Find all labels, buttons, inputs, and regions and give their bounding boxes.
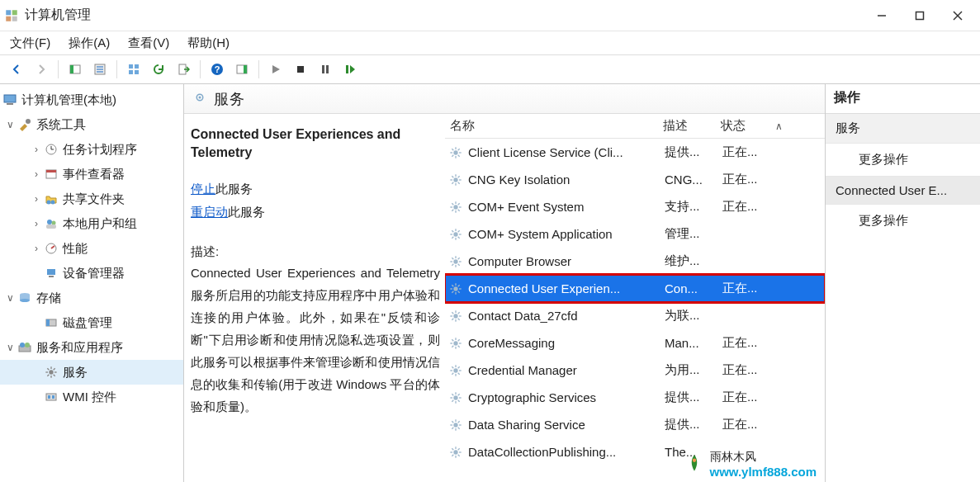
watermark-logo-icon [684, 452, 705, 476]
menu-action[interactable]: 操作(A) [60, 33, 118, 54]
service-row[interactable]: Computer Browser维护... [445, 248, 825, 275]
tree-performance[interactable]: › 性能 [0, 236, 183, 261]
service-row[interactable]: COM+ System Application管理... [445, 220, 825, 248]
main-area: 计算机管理(本地) ∨ 系统工具 › 任务计划程序 › 事件查看器 › 共享文件… [0, 84, 980, 482]
service-name: DataCollectionPublishing... [468, 445, 665, 459]
tree-system-tools[interactable]: ∨ 系统工具 [0, 112, 183, 137]
service-row[interactable]: COM+ Event System支持...正在... [445, 193, 825, 220]
column-name[interactable]: 名称 [445, 118, 663, 134]
tree-label: 事件查看器 [63, 167, 125, 182]
service-row[interactable]: Cryptographic Services提供...正在... [445, 384, 825, 411]
tree-label: 任务计划程序 [63, 142, 137, 158]
column-description[interactable]: 描述 [663, 118, 721, 134]
svg-line-117 [452, 291, 453, 292]
svg-line-162 [452, 427, 453, 428]
refresh-button[interactable] [147, 58, 170, 81]
shared-folder-icon [43, 191, 59, 207]
column-status[interactable]: 状态 [721, 118, 770, 134]
tree-shared-folders[interactable]: › 共享文件夹 [0, 187, 183, 211]
close-button[interactable] [939, 0, 977, 31]
menu-file[interactable]: 文件(F) [2, 33, 59, 54]
toolbar-separator [116, 60, 117, 78]
tree-storage[interactable]: ∨ 存储 [0, 286, 183, 310]
svg-point-155 [453, 423, 457, 427]
actions-header: 操作 [826, 84, 980, 114]
help-button[interactable]: ? [206, 58, 229, 81]
svg-rect-25 [326, 65, 329, 73]
expand-icon[interactable]: › [30, 144, 43, 155]
expand-icon[interactable]: › [30, 243, 43, 254]
service-row[interactable]: Data Sharing Service提供...正在... [445, 411, 825, 438]
svg-rect-0 [6, 10, 11, 15]
tree-device-manager[interactable]: 设备管理器 [0, 261, 183, 286]
expand-icon[interactable]: › [30, 218, 43, 229]
expand-icon[interactable]: › [30, 168, 43, 180]
more-actions-link[interactable]: 更多操作 [826, 144, 980, 176]
svg-point-51 [49, 370, 53, 374]
stop-service-button[interactable] [289, 58, 312, 81]
service-name: COM+ Event System [468, 200, 665, 214]
show-hide-tree-button[interactable] [64, 58, 87, 81]
actions-group-selected: Connected User E... [826, 176, 980, 205]
svg-rect-62 [52, 395, 54, 399]
forward-button[interactable] [30, 58, 53, 81]
service-row[interactable]: CoreMessagingMan...正在... [445, 329, 825, 357]
maximize-button[interactable] [901, 0, 939, 31]
svg-point-119 [453, 314, 457, 318]
start-service-button[interactable] [264, 58, 287, 81]
svg-line-151 [452, 394, 453, 395]
tree-disk-management[interactable]: 磁盘管理 [0, 310, 183, 335]
collapse-icon[interactable]: ∨ [3, 292, 17, 304]
svg-point-128 [453, 341, 457, 345]
tree-event-viewer[interactable]: › 事件查看器 [0, 162, 183, 187]
event-viewer-icon [43, 166, 59, 182]
service-row[interactable]: Contact Data_27cfd为联... [445, 302, 825, 329]
menu-help[interactable]: 帮助(H) [179, 33, 238, 54]
svg-line-59 [54, 368, 55, 370]
restart-service-button[interactable] [339, 58, 362, 81]
expand-icon[interactable]: › [30, 193, 43, 205]
svg-rect-1 [12, 10, 17, 15]
more-actions-link-2[interactable]: 更多操作 [826, 205, 980, 237]
minimize-button[interactable] [863, 0, 901, 31]
back-button[interactable] [5, 58, 28, 81]
pause-service-button[interactable] [314, 58, 337, 81]
toolbar-separator [258, 60, 259, 78]
app-icon [3, 7, 20, 24]
export-button[interactable] [172, 58, 195, 81]
svg-rect-24 [322, 65, 324, 73]
stop-service-link[interactable]: 停止 [191, 182, 215, 196]
service-state: 正在... [722, 362, 772, 378]
navigation-tree: 计算机管理(本地) ∨ 系统工具 › 任务计划程序 › 事件查看器 › 共享文件… [0, 84, 184, 482]
gear-icon [192, 90, 207, 107]
tree-services-apps[interactable]: ∨ 服务和应用程序 [0, 335, 183, 360]
collapse-icon[interactable]: ∨ [3, 342, 17, 353]
svg-line-142 [452, 366, 453, 368]
tree-label: 设备管理器 [63, 266, 125, 281]
properties-button[interactable] [88, 58, 111, 81]
service-name: CoreMessaging [468, 336, 665, 350]
gear-icon [447, 416, 465, 434]
menu-view[interactable]: 查看(V) [120, 33, 178, 54]
tree-root[interactable]: 计算机管理(本地) [0, 87, 183, 112]
svg-line-126 [452, 318, 453, 319]
tree-task-scheduler[interactable]: › 任务计划程序 [0, 137, 183, 162]
collapse-icon[interactable]: ∨ [3, 119, 17, 130]
action-pane-button[interactable] [230, 58, 253, 81]
tree-label: 存储 [36, 291, 61, 306]
svg-line-153 [452, 399, 453, 401]
service-row[interactable]: Client License Service (Cli...提供...正在... [445, 139, 825, 166]
tree-services[interactable]: 服务 [0, 360, 183, 385]
service-row[interactable]: Credential Manager为用...正在... [445, 357, 825, 384]
restart-service-link[interactable]: 重启动 [191, 205, 228, 219]
gear-icon [447, 171, 465, 189]
svg-line-169 [452, 448, 453, 450]
icons-view-button[interactable] [122, 58, 145, 81]
tree-local-users[interactable]: › 本地用户和组 [0, 211, 183, 236]
service-row[interactable]: Connected User Experien...Con...正在... [445, 275, 825, 302]
svg-line-163 [458, 421, 460, 423]
service-row[interactable]: CNG Key IsolationCNG...正在... [445, 166, 825, 193]
tree-wmi[interactable]: WMI 控件 [0, 385, 183, 409]
scroll-up-icon[interactable]: ∧ [770, 120, 787, 132]
svg-line-79 [452, 176, 453, 177]
